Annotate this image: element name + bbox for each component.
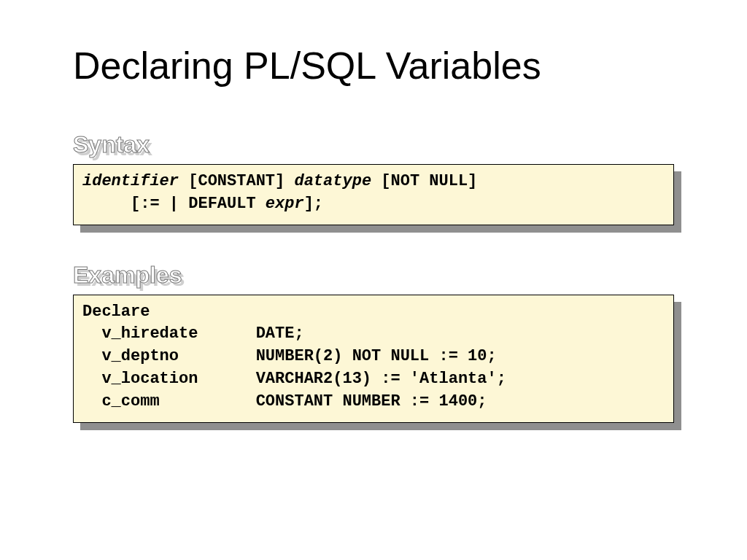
examples-heading-front: Examples [73, 262, 182, 288]
page-title: Declaring PL/SQL Variables [73, 44, 674, 88]
syntax-codebox: identifier [CONSTANT] datatype [NOT NULL… [73, 164, 674, 225]
examples-line-2: v_deptno NUMBER(2) NOT NULL := 10; [82, 347, 497, 365]
syntax-token-expr: expr [266, 195, 304, 213]
syntax-token-constant: [CONSTANT] [179, 172, 294, 190]
syntax-heading: Syntax Syntax [73, 131, 150, 158]
examples-line-1: v_hiredate DATE; [82, 324, 304, 343]
syntax-token-datatype: datatype [294, 172, 371, 190]
syntax-heading-front: Syntax [73, 131, 150, 158]
examples-heading: Examples Examples [73, 262, 182, 289]
syntax-token-indent [82, 195, 131, 213]
examples-line-3: v_location VARCHAR2(13) := 'Atlanta'; [82, 370, 506, 388]
examples-line-4: c_comm CONSTANT NUMBER := 1400; [82, 392, 674, 411]
syntax-token-identifier: identifier [82, 172, 179, 190]
syntax-token-notnull: [NOT NULL] [371, 172, 497, 190]
slide: Declaring PL/SQL Variables Syntax Syntax… [0, 0, 747, 560]
examples-codebox: Declare v_hiredate DATE; v_deptno NUMBER… [73, 295, 674, 423]
syntax-token-assign: [:= | DEFAULT [131, 195, 266, 213]
syntax-codebox-wrap: identifier [CONSTANT] datatype [NOT NULL… [73, 164, 674, 225]
examples-codebox-wrap: Declare v_hiredate DATE; v_deptno NUMBER… [73, 295, 674, 423]
examples-line-0: Declare [82, 303, 150, 321]
syntax-token-end: ]; [304, 195, 323, 213]
